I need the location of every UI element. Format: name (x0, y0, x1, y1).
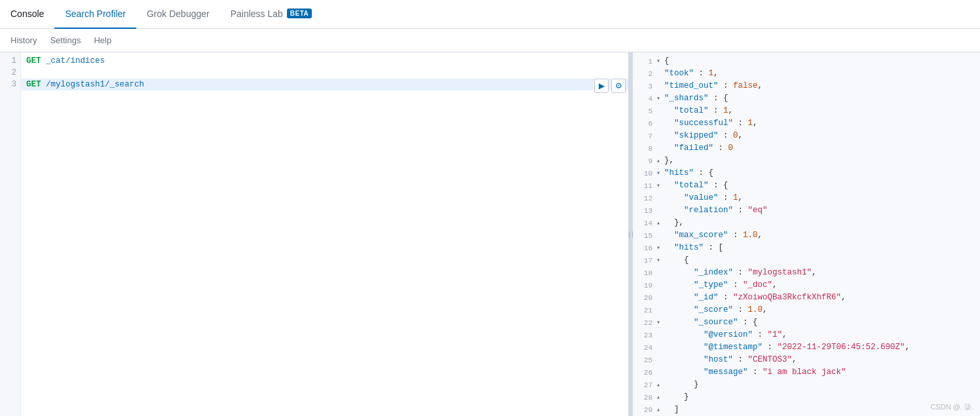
json-line-14: 14 ▴ }, (633, 217, 980, 229)
json-line-6: 6 "successful" : 1, (633, 117, 980, 130)
json-line-16: 16 ▾ "hits" : [ (633, 242, 980, 254)
settings-button[interactable]: Settings (45, 33, 86, 48)
tab-grok-debugger[interactable]: Grok Debugger (136, 0, 220, 29)
json-line-19: 19 "_type" : "_doc", (633, 279, 980, 292)
run-button[interactable]: ▶ (594, 79, 609, 93)
json-line-11: 11 ▾ "total" : { (633, 180, 980, 192)
json-line-15: 15 "max_score" : 1.0, (633, 229, 980, 242)
tools-button[interactable]: ⚙ (611, 79, 626, 93)
editor-line-1: GET _cat/indices (21, 55, 628, 67)
json-line-26: 26 "message" : "i am black jack" (633, 366, 980, 379)
line-actions: ▶ ⚙ (594, 79, 626, 93)
json-line-9: 9 ▴ }, (633, 155, 980, 167)
beta-badge: BETA (287, 9, 312, 18)
tab-search-profiler[interactable]: Search Profiler (54, 0, 136, 29)
json-line-24: 24 "@timestamp" : "2022-11-29T06:45:52.6… (633, 341, 980, 354)
json-line-7: 7 "skipped" : 0, (633, 130, 980, 142)
json-line-3: 3 "timed_out" : false, (633, 80, 980, 92)
tab-console[interactable]: Console (0, 0, 54, 29)
json-line-8: 8 "failed" : 0 (633, 142, 980, 155)
output-panel[interactable]: 1 ▾ { 2 "took" : 1, 3 "timed_out" : fals… (633, 52, 980, 416)
json-line-1: 1 ▾ { (633, 55, 980, 67)
editor-area[interactable]: 1 2 3 GET _cat/indices GET /mylogstash1/… (0, 52, 628, 416)
json-line-5: 5 "total" : 1, (633, 105, 980, 117)
json-line-2: 2 "took" : 1, (633, 67, 980, 80)
json-line-25: 25 "host" : "CENTOS3", (633, 354, 980, 366)
json-output: 1 ▾ { 2 "took" : 1, 3 "timed_out" : fals… (633, 52, 980, 416)
json-line-28: 28 ▴ } (633, 391, 980, 404)
code-content[interactable]: GET _cat/indices GET /mylogstash1/_searc… (21, 52, 628, 416)
json-line-10: 10 ▾ "hits" : { (633, 167, 980, 180)
json-line-20: 20 "_id" : "zXoiwoQBa3RkcfkXhfR6", (633, 292, 980, 304)
json-line-27: 27 ▴ } (633, 379, 980, 391)
line-numbers: 1 2 3 (0, 52, 21, 416)
help-button[interactable]: Help (88, 33, 117, 48)
main-layout: 1 2 3 GET _cat/indices GET /mylogstash1/… (0, 52, 980, 416)
tab-painless-lab[interactable]: Painless Lab BETA (220, 0, 323, 29)
json-line-18: 18 "_index" : "mylogstash1", (633, 267, 980, 279)
json-line-21: 21 "_score" : 1.0, (633, 304, 980, 316)
history-button[interactable]: History (5, 33, 42, 48)
editor-line-3: GET /mylogstash1/_search (21, 79, 628, 90)
top-nav: Console Search Profiler Grok Debugger Pa… (0, 0, 980, 29)
json-line-29: 29 ▴ ] (633, 404, 980, 416)
json-line-12: 12 "value" : 1, (633, 192, 980, 204)
json-line-4: 4 ▾ "_shards" : { (633, 92, 980, 105)
secondary-toolbar: History Settings Help (0, 29, 980, 52)
editor-panel: 1 2 3 GET _cat/indices GET /mylogstash1/… (0, 52, 629, 416)
json-line-13: 13 "relation" : "eq" (633, 204, 980, 217)
json-line-22: 22 ▾ "_source" : { (633, 316, 980, 329)
json-line-17: 17 ▾ { (633, 254, 980, 267)
json-line-23: 23 "@version" : "1", (633, 329, 980, 341)
editor-line-2 (21, 67, 628, 79)
